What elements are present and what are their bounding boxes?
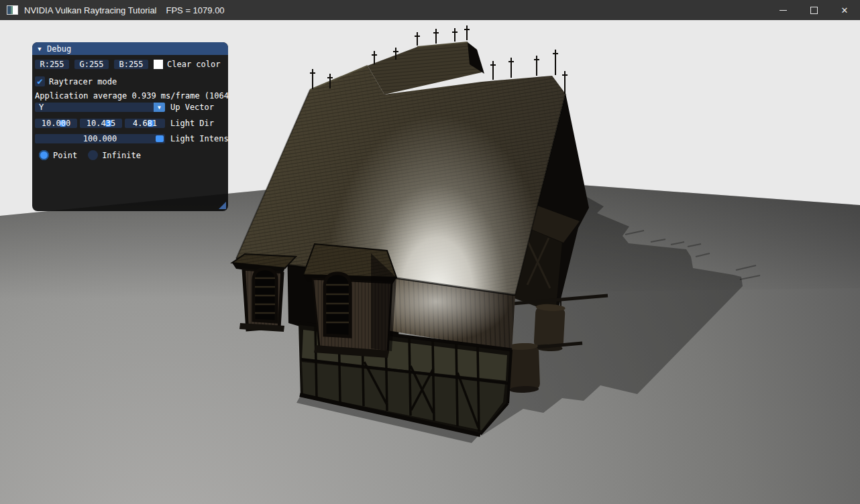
- up-vector-row: Y ▼ Up Vector: [35, 103, 228, 112]
- raytracer-row: ✔ Raytracer mode: [35, 76, 228, 86]
- viewport-3d[interactable]: ▼ Debug R:255 G:255 B:255 Clear color ✔ …: [0, 20, 860, 504]
- clear-color-b-field[interactable]: B:255: [114, 60, 148, 69]
- app-window: NVIDIA Vulkan Raytracing Tutorial FPS = …: [0, 0, 860, 504]
- minimize-button[interactable]: [767, 0, 798, 20]
- debug-panel: ▼ Debug R:255 G:255 B:255 Clear color ✔ …: [32, 42, 228, 211]
- r-value: R:255: [40, 60, 64, 69]
- light-type-row: Point Infinite: [35, 150, 228, 160]
- light-intensity-row: 100.000 Light Intensity: [35, 134, 228, 143]
- collapse-arrow-icon[interactable]: ▼: [32, 46, 47, 52]
- maximize-icon: [810, 7, 818, 14]
- radio-point-label: Point: [53, 151, 77, 160]
- clear-color-g-field[interactable]: G:255: [74, 60, 109, 69]
- combo-arrow-button[interactable]: ▼: [154, 103, 165, 112]
- maximize-button[interactable]: [798, 0, 829, 20]
- clear-color-row: R:255 G:255 B:255 Clear color: [35, 60, 228, 69]
- chevron-down-icon: ▼: [158, 105, 161, 111]
- radio-off-icon: [88, 150, 98, 160]
- light-dir-x-slider[interactable]: 10.000: [35, 119, 77, 128]
- light-dir-label: Light Dir: [170, 119, 214, 128]
- light-intensity-label: Light Intensity: [170, 134, 228, 143]
- light-dir-row: 10.000 10.435 4.681 Light Dir: [35, 119, 228, 128]
- light-intensity-value: 100.000: [83, 134, 117, 143]
- raytracer-checkbox[interactable]: ✔: [35, 76, 45, 86]
- window-title: NVIDIA Vulkan Raytracing Tutorial: [24, 5, 157, 15]
- radio-on-icon: [39, 150, 49, 160]
- light-dir-x-value: 10.000: [42, 119, 70, 128]
- light-dir-y-slider[interactable]: 10.435: [80, 119, 122, 128]
- radio-infinite[interactable]: Infinite: [88, 150, 141, 160]
- up-vector-value: Y: [39, 103, 44, 112]
- up-vector-combo[interactable]: Y ▼: [35, 103, 165, 112]
- resize-grip[interactable]: [219, 202, 226, 209]
- light-dir-y-value: 10.435: [87, 119, 115, 128]
- clear-color-label: Clear color: [167, 60, 220, 69]
- arched-window-center: [325, 273, 350, 336]
- up-vector-label: Up Vector: [170, 103, 214, 112]
- b-value: B:255: [119, 60, 143, 69]
- titlebar: NVIDIA Vulkan Raytracing Tutorial FPS = …: [0, 0, 860, 21]
- light-intensity-slider[interactable]: 100.000: [35, 134, 165, 143]
- stats-text: Application average 0.939 ms/frame (1064: [35, 91, 228, 101]
- clear-color-swatch[interactable]: [154, 60, 163, 69]
- clear-color-r-field[interactable]: R:255: [35, 60, 69, 69]
- radio-point[interactable]: Point: [39, 150, 77, 160]
- light-dir-z-value: 4.681: [133, 119, 157, 128]
- slider-grab[interactable]: [156, 135, 164, 142]
- debug-panel-title: Debug: [47, 44, 71, 54]
- debug-panel-titlebar[interactable]: ▼ Debug: [32, 42, 228, 55]
- close-icon: ✕: [841, 6, 849, 15]
- fps-counter: FPS = 1079.00: [166, 5, 225, 15]
- light-dir-z-slider[interactable]: 4.681: [125, 119, 165, 128]
- close-button[interactable]: ✕: [829, 0, 860, 20]
- g-value: G:255: [79, 60, 103, 69]
- app-icon: [7, 5, 18, 15]
- check-icon: ✔: [37, 76, 42, 86]
- minimize-icon: [780, 10, 787, 11]
- radio-infinite-label: Infinite: [102, 151, 141, 160]
- raytracer-label: Raytracer mode: [49, 77, 117, 86]
